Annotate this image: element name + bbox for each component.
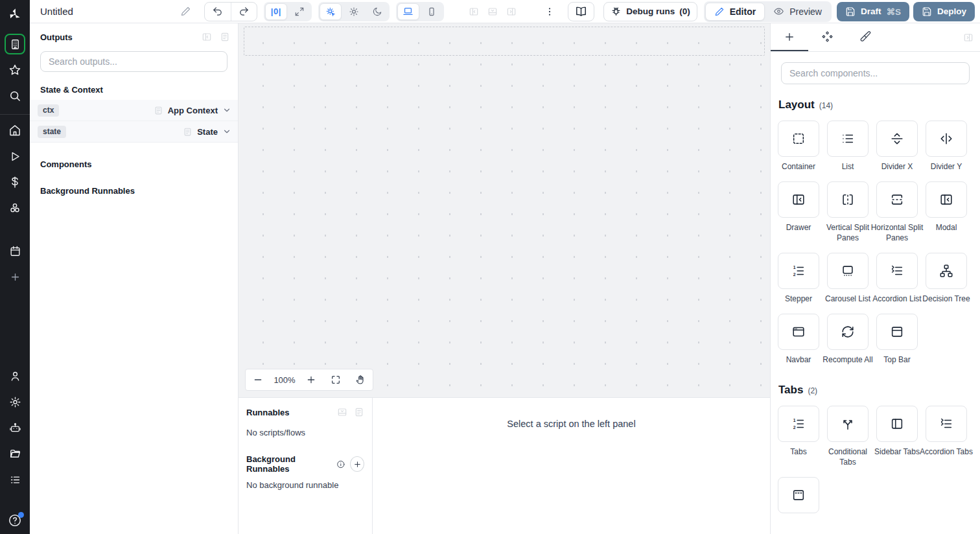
svg-text:2: 2	[793, 272, 796, 277]
theme-auto-button[interactable]	[320, 3, 342, 20]
ctx-badge: ctx	[38, 104, 59, 117]
rename-button[interactable]	[177, 3, 195, 21]
sidebar-item-settings[interactable]	[5, 391, 25, 412]
sidebar-item-home[interactable]	[5, 120, 25, 141]
component-card-modal[interactable]: Modal	[926, 181, 967, 244]
sidebar-item-help[interactable]	[8, 513, 22, 528]
component-card-decision-tree[interactable]: Decision Tree	[926, 253, 967, 305]
component-card-recompute-all[interactable]: Recompute All	[827, 314, 869, 366]
tab-insert-component[interactable]	[771, 23, 808, 51]
draft-button[interactable]: Draft ⌘S	[837, 2, 909, 21]
tab-component-tree[interactable]	[808, 23, 846, 51]
runnables-title: Runnables	[246, 408, 289, 417]
panel-right-icon[interactable]	[506, 6, 517, 17]
component-card-stepper[interactable]: 12 Stepper	[778, 253, 819, 305]
component-card-list[interactable]: List	[827, 121, 869, 172]
pan-button[interactable]	[348, 369, 373, 390]
component-card-conditional-tabs[interactable]: Conditional Tabs	[827, 406, 869, 468]
zoom-level: 100%	[270, 375, 299, 385]
component-card-top-bar[interactable]: Top Bar	[876, 314, 918, 366]
more-menu-button[interactable]	[541, 3, 559, 21]
component-card-horizontal-split[interactable]: Horizontal Split Panes	[876, 181, 918, 244]
document-icon[interactable]	[220, 32, 230, 42]
components-header: Components	[30, 143, 238, 174]
list-icon	[9, 474, 21, 486]
redo-button[interactable]	[231, 3, 257, 21]
sidebar-item-user[interactable]	[5, 366, 25, 386]
component-card-hidden[interactable]	[778, 477, 819, 518]
component-card-tabs[interactable]: 12 Tabs	[778, 406, 819, 468]
device-toggle-group	[396, 2, 444, 21]
state-row[interactable]: state State	[30, 121, 238, 143]
theme-light-button[interactable]	[343, 3, 365, 20]
component-card-accordion-list[interactable]: Accordion List	[876, 253, 918, 305]
panel-left-icon[interactable]	[469, 6, 479, 17]
ctx-row[interactable]: ctx App Context	[30, 100, 238, 121]
component-label: Modal	[920, 223, 973, 233]
docs-button[interactable]	[568, 2, 594, 21]
sidebar-item-folders[interactable]	[5, 443, 25, 464]
component-card-accordion-tabs[interactable]: Accordion Tabs	[926, 406, 967, 468]
outputs-search-input[interactable]	[40, 51, 228, 72]
mobile-view-button[interactable]	[421, 3, 443, 20]
component-card-divider-x[interactable]: Divider X	[876, 121, 918, 172]
canvas-drop-zone[interactable]	[244, 27, 765, 56]
tab-styling[interactable]	[846, 23, 883, 51]
component-card-carousel[interactable]: Carousel List	[827, 253, 869, 305]
undo-icon	[212, 6, 223, 17]
app-canvas[interactable]: 100%	[239, 23, 770, 397]
debug-runs-button[interactable]: Debug runs (0)	[603, 2, 697, 21]
left-nav-rail	[0, 0, 30, 534]
editor-tab[interactable]: Editor	[705, 3, 765, 21]
component-label: Container	[772, 162, 825, 172]
full-width-button[interactable]	[288, 3, 310, 20]
component-card-sidebar-tabs[interactable]: Sidebar Tabs	[876, 406, 918, 468]
preview-tab[interactable]: Preview	[765, 3, 830, 21]
svg-text:1: 1	[793, 418, 796, 423]
sidebar-item-apps[interactable]	[5, 34, 25, 54]
panel-right-icon[interactable]	[963, 32, 974, 43]
component-card-vertical-split[interactable]: Vertical Split Panes	[827, 181, 869, 244]
sidebar-item-search[interactable]	[5, 86, 25, 106]
add-background-runnable-button[interactable]	[350, 456, 364, 472]
component-label: Carousel List	[821, 294, 874, 305]
undo-button[interactable]	[205, 3, 231, 21]
stepper-icon: 12	[791, 264, 806, 278]
chevron-down-icon[interactable]	[222, 106, 231, 115]
sidebar-item-favorites[interactable]	[5, 60, 25, 80]
panel-bottom-icon[interactable]	[487, 6, 498, 17]
components-search-input[interactable]	[781, 62, 970, 84]
sidebar-item-logs[interactable]	[5, 469, 25, 490]
component-card-navbar[interactable]: Navbar	[778, 314, 819, 366]
list-icon	[841, 132, 855, 146]
sidebar-item-resources[interactable]	[5, 198, 25, 218]
document-icon[interactable]	[354, 407, 364, 417]
component-card-divider-y[interactable]: Divider Y	[926, 121, 967, 172]
info-icon[interactable]	[336, 459, 345, 469]
windmill-logo[interactable]	[0, 0, 30, 29]
sidebar-item-variables[interactable]	[5, 172, 25, 192]
ctx-value: App Context	[168, 106, 218, 115]
deploy-button[interactable]: Deploy	[913, 2, 975, 21]
sidebar-item-schedules[interactable]	[5, 240, 25, 261]
collapse-panel-icon[interactable]	[337, 407, 347, 417]
desktop-view-button[interactable]	[397, 3, 419, 20]
kebab-menu-icon	[544, 6, 555, 17]
theme-dark-button[interactable]	[366, 3, 388, 20]
sidebar-item-workers[interactable]	[5, 417, 25, 438]
zoom-in-button[interactable]	[299, 369, 323, 390]
collapse-panel-icon[interactable]	[202, 32, 212, 42]
modal-icon	[939, 192, 953, 207]
preview-label: Preview	[789, 6, 822, 17]
sidebar-item-runs[interactable]	[5, 146, 25, 167]
sidebar-item-create[interactable]	[5, 266, 25, 287]
runnables-panel: Runnables No scripts/flows Background Ru…	[239, 398, 373, 534]
zoom-out-button[interactable]	[246, 369, 270, 390]
component-card-drawer[interactable]: Drawer	[778, 181, 819, 244]
fit-width-button[interactable]: |0|	[265, 3, 287, 20]
svg-text:2: 2	[793, 425, 796, 430]
fit-view-button[interactable]	[323, 369, 348, 390]
bug-icon	[611, 6, 622, 17]
chevron-down-icon[interactable]	[222, 127, 231, 136]
component-card-container[interactable]: Container	[778, 121, 819, 172]
